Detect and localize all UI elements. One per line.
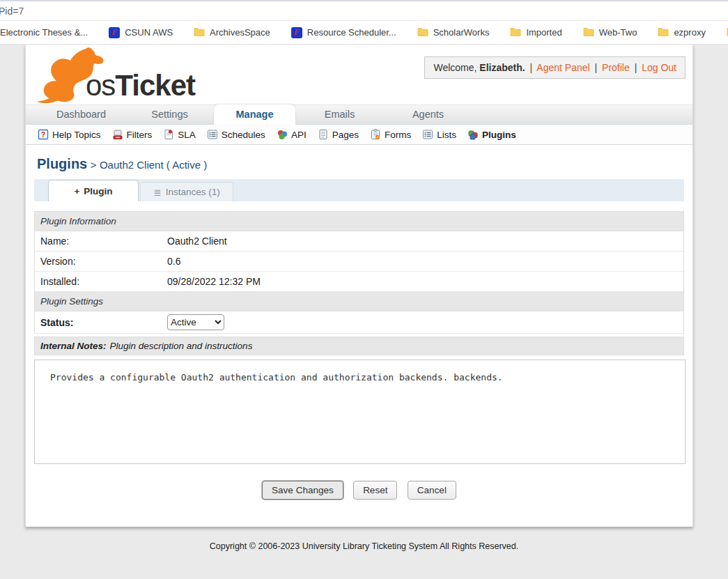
row-value: Oauth2 Client bbox=[167, 236, 227, 247]
welcome-username: Elizabeth. bbox=[479, 62, 525, 73]
bookmark-label: CSUN AWS bbox=[125, 27, 173, 38]
section-title: Plugin Information bbox=[40, 216, 116, 226]
row-value: 0.6 bbox=[167, 256, 180, 267]
table-row-name: Name: Oauth2 Client bbox=[35, 231, 683, 252]
osticket-logo[interactable]: osTicket bbox=[33, 47, 195, 103]
subnav-forms[interactable]: Forms bbox=[366, 129, 419, 140]
page-subtitle: Oauth2 Client ( Active ) bbox=[100, 159, 207, 171]
table-row-installed: Installed: 09/28/2022 12:32 PM bbox=[35, 272, 683, 292]
section-title: Plugin Settings bbox=[40, 296, 103, 307]
bookmark-label: Resource Scheduler... bbox=[307, 27, 396, 38]
profile-link[interactable]: Profile bbox=[602, 62, 630, 73]
page-heading: Plugins > Oauth2 Client ( Active ) bbox=[37, 156, 681, 172]
tab-manage[interactable]: Manage bbox=[214, 105, 295, 125]
favicon-f-icon: F bbox=[109, 27, 120, 38]
row-label: Installed: bbox=[35, 276, 167, 287]
bookmark-scholarworks[interactable]: ScholarWorks bbox=[417, 26, 490, 38]
subnav-label: Pages bbox=[332, 130, 359, 140]
subnav-plugins[interactable]: Plugins bbox=[464, 129, 524, 140]
plugin-info-table: Plugin Information Name: Oauth2 Client V… bbox=[34, 211, 684, 334]
bookmark-ezproxy[interactable]: ezproxy bbox=[658, 26, 706, 38]
primary-nav: Dashboard Settings Manage Emails Agents bbox=[26, 105, 692, 125]
subnav-filters[interactable]: Filters bbox=[109, 129, 160, 140]
bookmark-resource-scheduler[interactable]: F Resource Scheduler... bbox=[291, 27, 396, 38]
logo-os: os bbox=[86, 69, 115, 102]
row-label: Name: bbox=[35, 236, 167, 247]
bookmark-electronic-theses[interactable]: Electronic Theses &... bbox=[0, 27, 88, 38]
subnav-schedules[interactable]: Schedules bbox=[203, 129, 273, 140]
subnav-label: SLA bbox=[178, 130, 196, 140]
tab-dashboard[interactable]: Dashboard bbox=[37, 105, 125, 124]
tab-emails[interactable]: Emails bbox=[295, 105, 384, 124]
site-header: osTicket Welcome, Elizabeth. | Agent Pan… bbox=[26, 45, 692, 105]
separator: | bbox=[593, 62, 600, 73]
bookmark-label: ezproxy bbox=[674, 27, 706, 38]
filters-icon bbox=[112, 129, 123, 140]
row-value: 09/28/2022 12:32 PM bbox=[167, 276, 261, 287]
folder-icon bbox=[194, 26, 205, 38]
subnav-help-topics[interactable]: ? Help Topics bbox=[34, 129, 109, 140]
status-select[interactable]: Active bbox=[167, 314, 224, 330]
bookmark-archivesspace[interactable]: ArchivesSpace bbox=[194, 26, 270, 38]
welcome-box: Welcome, Elizabeth. | Agent Panel | Prof… bbox=[424, 56, 686, 79]
bookmark-label: Web-Two bbox=[599, 27, 637, 38]
section-plugin-settings: Plugin Settings bbox=[35, 292, 683, 311]
bookmark-csun-aws[interactable]: F CSUN AWS bbox=[109, 27, 173, 38]
section-plugin-information: Plugin Information bbox=[35, 212, 683, 231]
breadcrumb-separator: > bbox=[91, 159, 97, 171]
subnav-label: Help Topics bbox=[52, 130, 101, 140]
url-text: Pid=7 bbox=[0, 6, 24, 17]
subnav-label: API bbox=[291, 130, 307, 140]
subnav-sla[interactable]: SLA bbox=[160, 129, 203, 140]
agent-panel-link[interactable]: Agent Panel bbox=[536, 62, 589, 73]
tab-label: Plugin bbox=[84, 186, 112, 196]
cancel-button[interactable]: Cancel bbox=[408, 481, 456, 500]
form-actions: Save Changes Reset Cancel bbox=[34, 481, 684, 500]
plugins-icon bbox=[467, 129, 479, 140]
help-topics-icon: ? bbox=[38, 129, 49, 140]
row-label: Status: bbox=[35, 317, 167, 328]
api-icon bbox=[277, 129, 288, 140]
main-container: osTicket Welcome, Elizabeth. | Agent Pan… bbox=[25, 45, 693, 527]
folder-icon bbox=[583, 26, 594, 38]
svg-text:?: ? bbox=[41, 130, 45, 139]
secondary-nav: ? Help Topics Filters SLA Schedules API bbox=[26, 125, 692, 145]
subnav-lists[interactable]: Lists bbox=[419, 129, 464, 140]
tab-plugin[interactable]: + Plugin bbox=[48, 180, 139, 201]
welcome-prefix: Welcome, bbox=[433, 62, 477, 73]
plugin-tabstrip: + Plugin ≣ Instances (1) bbox=[34, 179, 684, 201]
content-area: Plugins > Oauth2 Client ( Active ) + Plu… bbox=[26, 156, 692, 500]
bookmarks-bar: Electronic Theses &... F CSUN AWS Archiv… bbox=[0, 21, 728, 45]
footer-copyright: Copyright © 2006-2023 University Library… bbox=[0, 541, 728, 551]
list-icon: ≣ bbox=[153, 187, 161, 198]
pages-icon bbox=[318, 129, 329, 140]
internal-notes-textarea[interactable]: Provides a configurable Oauth2 authentic… bbox=[34, 360, 686, 464]
separator: | bbox=[528, 62, 535, 73]
internal-notes-hint: Plugin description and instructions bbox=[110, 341, 253, 351]
bookmark-label: ArchivesSpace bbox=[210, 27, 270, 38]
subnav-pages[interactable]: Pages bbox=[314, 129, 366, 140]
folder-icon bbox=[658, 26, 669, 38]
bookmark-imported[interactable]: Imported bbox=[510, 26, 562, 38]
bookmark-label: Electronic Theses &... bbox=[0, 27, 88, 38]
tab-agents[interactable]: Agents bbox=[384, 105, 472, 124]
logo-ticket: Ticket bbox=[115, 69, 195, 102]
bookmark-web-two[interactable]: Web-Two bbox=[583, 26, 637, 38]
schedules-icon bbox=[207, 129, 218, 140]
sla-icon bbox=[163, 129, 174, 140]
reset-button[interactable]: Reset bbox=[353, 481, 397, 500]
tab-instances[interactable]: ≣ Instances (1) bbox=[140, 182, 233, 201]
browser-address-bar[interactable]: Pid=7 bbox=[0, 0, 728, 21]
logout-link[interactable]: Log Out bbox=[642, 62, 676, 73]
forms-icon bbox=[370, 129, 381, 140]
tab-settings[interactable]: Settings bbox=[125, 105, 214, 124]
bookmark-label: Imported bbox=[526, 27, 562, 38]
save-changes-button[interactable]: Save Changes bbox=[262, 481, 343, 500]
subnav-api[interactable]: API bbox=[273, 129, 314, 140]
row-label: Version: bbox=[35, 256, 167, 267]
page-root: Pid=7 Electronic Theses &... F CSUN AWS … bbox=[0, 0, 728, 579]
folder-icon bbox=[417, 26, 428, 38]
bookmark-label: ScholarWorks bbox=[433, 27, 490, 38]
subnav-label: Schedules bbox=[222, 130, 265, 140]
logo-text: osTicket bbox=[86, 71, 195, 103]
